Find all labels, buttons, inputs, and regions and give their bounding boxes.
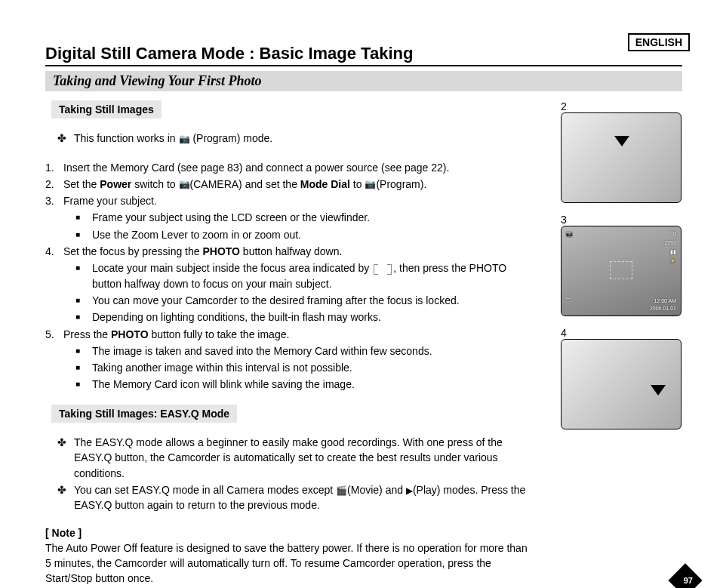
arrow-down-icon	[651, 385, 666, 396]
camera-icon: 📷	[179, 133, 190, 146]
step-4-text: Set the focus by pressing the PHOTO butt…	[63, 244, 535, 259]
square-bullet-icon: ■	[75, 343, 92, 359]
square-bullet-icon: ■	[75, 377, 92, 392]
easyq-text-2: You can set EASY.Q mode in all Camera mo…	[74, 482, 535, 513]
note-heading: [ Note ]	[45, 525, 535, 540]
figure-callout-4: 4	[561, 327, 682, 339]
osd-camera-icon: 📷	[566, 231, 573, 237]
title-rule	[45, 65, 682, 66]
step-3-text: Frame your subject.	[63, 193, 535, 208]
step-number: 2.	[45, 177, 63, 192]
step-number: 3.	[45, 193, 63, 208]
figure-3-lcd-preview: 📷 10 2592 ▮▮ ⚡ ▭ 12:00 AM 2006.01.01	[561, 226, 682, 316]
movie-icon: 🎬	[336, 485, 347, 497]
camera-icon: 📷	[179, 178, 190, 191]
page-title: Digital Still Camera Mode : Basic Image …	[45, 44, 682, 63]
osd-time: 12:00 AM	[654, 298, 676, 303]
page-number: 97	[684, 576, 693, 585]
diamond-bullet-icon: ✤	[57, 435, 74, 481]
subtitle-bar: Taking and Viewing Your First Photo	[45, 71, 682, 91]
step-4-sub2: You can move your Camcorder to the desir…	[92, 293, 535, 308]
osd-battery-icon: ▮▮	[670, 249, 676, 255]
step-3-sub2: Use the Zoom Lever to zoom in or zoom ou…	[92, 227, 535, 242]
step-2-text: Set the Power switch to 📷(CAMERA) and se…	[63, 177, 535, 192]
osd-card-icon: ▭	[566, 294, 571, 300]
diamond-bullet-icon: ✤	[57, 131, 74, 146]
square-bullet-icon: ■	[75, 309, 92, 325]
step-3-sub1: Frame your subject using the LCD screen …	[92, 210, 535, 225]
step-5-sub3: The Memory Card icon will blink while sa…	[92, 377, 535, 392]
step-5-text: Press the PHOTO button fully to take the…	[63, 327, 535, 342]
step-number: 1.	[45, 160, 63, 175]
camera-icon: 📷	[365, 178, 376, 191]
square-bullet-icon: ■	[75, 260, 92, 291]
step-number: 4.	[45, 244, 63, 259]
square-bullet-icon: ■	[75, 360, 92, 375]
figure-callout-2: 2	[561, 100, 682, 112]
arrow-down-icon	[614, 136, 629, 146]
osd-resolution: 2592	[664, 240, 676, 245]
step-5-sub1: The image is taken and saved into the Me…	[92, 343, 535, 359]
focus-area-indicator	[610, 261, 632, 279]
easyq-text-1: The EASY.Q mode allows a beginner to eas…	[74, 435, 535, 481]
figure-4-camera-top	[561, 339, 682, 429]
step-4-sub3: Depending on lighting conditions, the bu…	[92, 309, 535, 325]
section-label-1: Taking Still Images	[51, 100, 162, 119]
step-1-text: Insert the Memory Card (see page 83) and…	[63, 160, 535, 175]
diamond-bullet-icon: ✤	[57, 482, 74, 513]
note-body: The Auto Power Off feature is designed t…	[45, 540, 535, 586]
figure-callout-3: 3	[561, 214, 682, 226]
step-5-sub2: Taking another image within this interva…	[92, 360, 535, 375]
osd-date: 2006.01.01	[650, 306, 676, 311]
square-bullet-icon: ■	[75, 293, 92, 308]
intro-text: This function works in 📷 (Program) mode.	[74, 131, 535, 146]
language-label: ENGLISH	[628, 33, 690, 51]
body-text-column: Taking Still Images ✤ This function work…	[45, 100, 535, 586]
play-icon: ▶	[406, 485, 413, 497]
osd-shots-remaining: 10	[670, 231, 676, 236]
square-bullet-icon: ■	[75, 210, 92, 225]
step-number: 5.	[45, 327, 63, 342]
focus-bracket-icon	[374, 264, 392, 275]
osd-flash-icon: ⚡	[669, 258, 676, 264]
figures-column: 2 3 📷 10 2592 ▮▮ ⚡ ▭ 12:00 AM 2006.01.01	[550, 100, 682, 586]
step-4-sub1: Locate your main subject inside the focu…	[92, 260, 535, 291]
square-bullet-icon: ■	[75, 227, 92, 242]
section-label-2: Taking Still Images: EASY.Q Mode	[51, 405, 237, 423]
figure-2-camera-top	[561, 112, 682, 203]
